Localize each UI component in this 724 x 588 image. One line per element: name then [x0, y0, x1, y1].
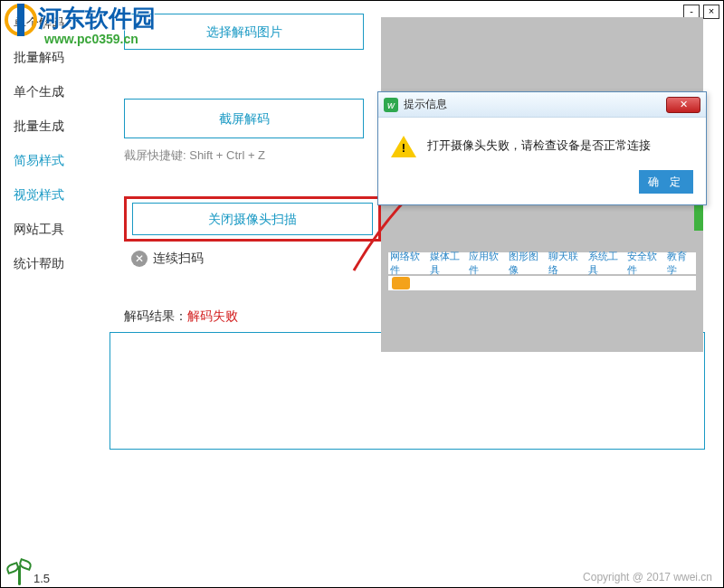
- sidebar: 单个解码 批量解码 单个生成 批量生成 简易样式 视觉样式 网站工具 统计帮助: [1, 1, 82, 587]
- sidebar-item-web-tools[interactable]: 网站工具: [1, 213, 82, 247]
- dialog-app-icon: w: [384, 98, 398, 112]
- decode-result-label: 解码结果：: [124, 308, 187, 323]
- toggle-off-icon: ✕: [131, 251, 148, 267]
- close-camera-button[interactable]: 关闭摄像头扫描: [132, 203, 373, 235]
- continuous-scan-label: 连续扫码: [153, 251, 204, 267]
- dialog-close-button[interactable]: ✕: [666, 97, 700, 113]
- dialog-title: 提示信息: [404, 97, 447, 112]
- sidebar-item-visual-style[interactable]: 视觉样式: [1, 178, 82, 213]
- dialog-message: 打开摄像头失败，请检查设备是否正常连接: [427, 136, 651, 157]
- screenshot-decode-button[interactable]: 截屏解码: [124, 99, 364, 138]
- preview-tab[interactable]: 教育学: [665, 250, 696, 277]
- version-label: 1.5: [33, 572, 50, 585]
- select-image-button[interactable]: 选择解码图片: [124, 14, 364, 50]
- sidebar-item-single-gen[interactable]: 单个生成: [1, 75, 82, 109]
- sidebar-item-stats-help[interactable]: 统计帮助: [1, 247, 82, 281]
- watermark-url: www.pc0359.cn: [44, 32, 138, 46]
- sidebar-item-batch-gen[interactable]: 批量生成: [1, 109, 82, 144]
- preview-tab[interactable]: 安全软件: [625, 250, 665, 277]
- dialog-ok-button[interactable]: 确 定: [639, 170, 693, 194]
- watermark-title: 河东软件园: [38, 5, 156, 32]
- dialog-titlebar[interactable]: w 提示信息 ✕: [378, 92, 706, 118]
- preview-tab[interactable]: 系统工具: [586, 250, 626, 277]
- sidebar-item-simple-style[interactable]: 简易样式: [1, 144, 82, 178]
- watermark-logo-icon: [5, 4, 37, 36]
- alert-dialog: w 提示信息 ✕ 打开摄像头失败，请检查设备是否正常连接 确 定: [377, 91, 707, 205]
- sprout-icon: [6, 549, 33, 585]
- copyright: Copyright @ 2017 wwei.cn: [583, 571, 712, 583]
- preview-tab[interactable]: 聊天联络: [547, 250, 586, 277]
- close-camera-highlight: 关闭摄像头扫描: [124, 196, 381, 242]
- preview-tab[interactable]: 图形图像: [507, 250, 547, 277]
- warning-icon: [391, 136, 416, 157]
- decode-result-value: 解码失败: [187, 308, 238, 323]
